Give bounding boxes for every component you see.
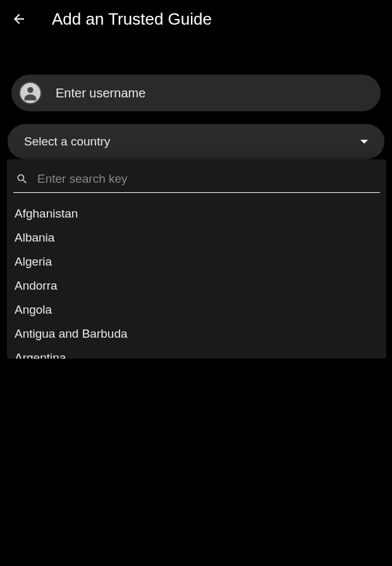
search-row <box>13 172 380 193</box>
country-item[interactable]: Antigua and Barbuda <box>13 322 380 346</box>
content-area: Select a country <box>0 38 392 159</box>
username-field-container[interactable] <box>11 75 381 111</box>
country-item[interactable]: Argentina <box>13 346 380 359</box>
search-icon <box>16 173 28 185</box>
chevron-down-icon <box>360 140 368 144</box>
country-item[interactable]: Andorra <box>13 274 380 298</box>
back-arrow-icon[interactable] <box>11 11 27 27</box>
avatar-circle <box>19 82 42 104</box>
country-list: Afghanistan Albania Algeria Andorra Ango… <box>13 202 380 359</box>
country-item[interactable]: Algeria <box>13 250 380 274</box>
svg-point-0 <box>27 87 33 93</box>
country-dropdown-panel: Afghanistan Albania Algeria Andorra Ango… <box>7 159 386 359</box>
country-search-input[interactable] <box>37 172 377 186</box>
username-input[interactable] <box>56 86 373 101</box>
header: Add an Trusted Guide <box>0 0 392 38</box>
page-title: Add an Trusted Guide <box>52 9 212 29</box>
country-select-label: Select a country <box>24 135 110 149</box>
person-icon <box>20 83 40 103</box>
country-item[interactable]: Angola <box>13 298 380 322</box>
country-item[interactable]: Afghanistan <box>13 202 380 226</box>
country-select[interactable]: Select a country <box>8 124 384 159</box>
country-item[interactable]: Albania <box>13 226 380 250</box>
